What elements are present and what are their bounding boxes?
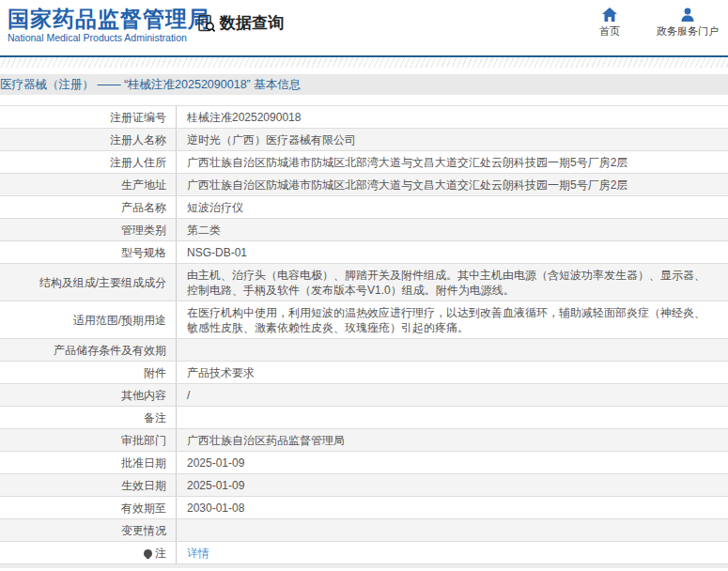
- site-header: 国家药品监督管理局 National Medical Products Admi…: [0, 0, 728, 55]
- nav-gov-portal[interactable]: 政务服务门户: [657, 8, 719, 39]
- info-table: 注册证编号 桂械注准20252090018 注册人名称 逆时光（广西）医疗器械有…: [0, 105, 728, 564]
- row-label: 产品储存条件及有效期: [0, 339, 177, 361]
- row-value: 广西壮族自治区防城港市防城区北部湾大道与文昌大道交汇处云朗科技园一期5号厂房2层: [177, 174, 728, 195]
- table-row: 适用范围/预期用途 在医疗机构中使用，利用短波的温热效应进行理疗，以达到改善血液…: [0, 301, 728, 339]
- table-row: 变更情况: [0, 519, 728, 542]
- table-row: 附件 产品技术要求: [0, 362, 728, 384]
- nav-home-label: 首页: [599, 24, 620, 39]
- row-value: 在医疗机构中使用，利用短波的温热效应进行理疗，以达到改善血液循环，辅助减轻面部炎…: [177, 301, 728, 338]
- top-nav: 首页 政务服务门户: [589, 8, 719, 39]
- row-value: [177, 339, 728, 361]
- row-value: 桂械注准20252090018: [177, 106, 728, 128]
- row-value: 逆时光（广西）医疗器械有限公司: [177, 129, 728, 150]
- row-label: 适用范围/预期用途: [0, 301, 177, 338]
- row-label: 审批部门: [0, 429, 177, 451]
- row-value: 详情: [177, 542, 728, 563]
- row-label: 注: [0, 542, 177, 563]
- row-value: 广西壮族自治区防城港市防城区北部湾大道与文昌大道交汇处云朗科技园一期5号厂房2层: [177, 151, 728, 173]
- detail-link[interactable]: 详情: [187, 546, 209, 561]
- table-row: 批准日期 2025-01-09: [0, 452, 728, 474]
- table-row: 有效期至 2030-01-08: [0, 497, 728, 519]
- bottom-strip: [0, 564, 728, 568]
- spacer: [0, 68, 728, 74]
- row-label: 有效期至: [0, 497, 177, 518]
- table-row: 型号规格 NSG-DB-01: [0, 241, 728, 264]
- row-value: 2025-01-09: [177, 474, 728, 496]
- breadcrumb: 医疗器械（注册） —— “桂械注准20252090018” 基本信息: [0, 74, 301, 95]
- home-icon: [602, 8, 617, 22]
- spacer: [0, 95, 728, 105]
- table-row: 注册人住所 广西壮族自治区防城港市防城区北部湾大道与文昌大道交汇处云朗科技园一期…: [0, 151, 728, 174]
- data-query-tab[interactable]: 数据查询: [197, 12, 284, 34]
- table-row: 注册证编号 桂械注准20252090018: [0, 106, 728, 129]
- row-label: 注册证编号: [0, 106, 177, 128]
- row-value: 产品技术要求: [177, 362, 728, 383]
- table-row: 注 详情: [0, 542, 728, 564]
- nav-home[interactable]: 首页: [589, 8, 630, 39]
- row-value: 由主机、治疗头（电容电极）、脚踏开关及附件组成。其中主机由电源（含短波功率发生器…: [177, 264, 728, 301]
- row-value: NSG-DB-01: [177, 241, 728, 263]
- table-row: 生效日期 2025-01-09: [0, 474, 728, 497]
- row-label: 注册人住所: [0, 151, 177, 173]
- nav-gov-portal-label: 政务服务门户: [657, 24, 719, 39]
- row-label: 备注: [0, 407, 177, 428]
- row-value: [177, 407, 728, 428]
- nmpa-logo[interactable]: 国家药品监督管理局 National Medical Products Admi…: [8, 7, 210, 44]
- table-row: 管理类别 第二类: [0, 219, 728, 241]
- row-value: /: [177, 384, 728, 406]
- row-label: 附件: [0, 362, 177, 383]
- row-value: 广西壮族自治区药品监督管理局: [177, 429, 728, 451]
- stripe-pattern-band: [0, 57, 728, 68]
- section-title: 数据查询: [220, 12, 284, 34]
- table-row: 备注: [0, 407, 728, 429]
- doc-search-icon: [197, 14, 216, 33]
- row-value: 2025-01-09: [177, 452, 728, 473]
- table-row: 其他内容 /: [0, 384, 728, 407]
- logo-title: 国家药品监督管理局: [8, 7, 210, 31]
- row-label: 管理类别: [0, 219, 177, 240]
- row-label: 结构及组成/主要组成成分: [0, 264, 177, 301]
- row-label: 其他内容: [0, 384, 177, 406]
- logo-subtitle: National Medical Products Administration: [8, 31, 210, 44]
- row-label: 注册人名称: [0, 129, 177, 150]
- row-value: 第二类: [177, 219, 728, 240]
- table-row: 生产地址 广西壮族自治区防城港市防城区北部湾大道与文昌大道交汇处云朗科技园一期5…: [0, 174, 728, 196]
- breadcrumb-band: 医疗器械（注册） —— “桂械注准20252090018” 基本信息: [0, 74, 728, 95]
- table-row: 注册人名称 逆时光（广西）医疗器械有限公司: [0, 129, 728, 151]
- row-label: 产品名称: [0, 196, 177, 218]
- note-icon: [144, 549, 152, 558]
- table-row: 审批部门 广西壮族自治区药品监督管理局: [0, 429, 728, 452]
- row-label: 生产地址: [0, 174, 177, 195]
- table-row: 产品储存条件及有效期: [0, 339, 728, 362]
- row-label: 型号规格: [0, 241, 177, 263]
- row-label: 生效日期: [0, 474, 177, 496]
- row-value: 短波治疗仪: [177, 196, 728, 218]
- row-value: 2030-01-08: [177, 497, 728, 518]
- row-label: 变更情况: [0, 519, 177, 541]
- row-value: [177, 519, 728, 541]
- user-icon: [680, 8, 695, 22]
- row-label: 批准日期: [0, 452, 177, 473]
- table-row: 产品名称 短波治疗仪: [0, 196, 728, 219]
- table-row: 结构及组成/主要组成成分 由主机、治疗头（电容电极）、脚踏开关及附件组成。其中主…: [0, 264, 728, 301]
